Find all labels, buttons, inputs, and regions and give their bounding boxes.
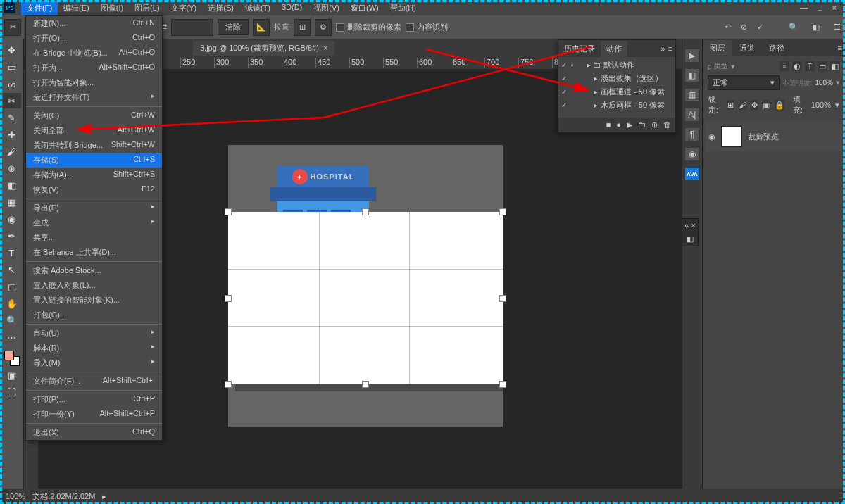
collapsed-float-panel[interactable]: « × ◧ <box>682 218 699 246</box>
marquee-tool[interactable]: ▭ <box>3 59 21 75</box>
file-menu-item[interactable]: 打印一份(Y)Alt+Shift+Ctrl+P <box>26 407 162 422</box>
brush-tool[interactable]: 🖌 <box>3 144 21 159</box>
shape-tool[interactable]: ▢ <box>3 279 21 294</box>
crop-tool-icon[interactable]: ✂ <box>4 19 21 36</box>
eyedropper-tool[interactable]: ✎ <box>3 110 21 125</box>
gradient-tool[interactable]: ▦ <box>3 194 21 210</box>
collapse-icon[interactable]: » <box>661 44 665 53</box>
content-aware-check[interactable]: 内容识别 <box>406 22 448 32</box>
menu-2[interactable]: 图像(I) <box>95 1 129 15</box>
file-menu-item[interactable]: 搜索 Adobe Stock... <box>26 263 162 278</box>
layer-row[interactable]: ◉ 裁剪预览 <box>706 122 842 151</box>
clear-button[interactable]: 清除 <box>218 19 249 35</box>
color-swatch[interactable] <box>4 351 20 366</box>
tab-actions[interactable]: 动作 <box>601 41 627 57</box>
file-menu-item[interactable]: 打包(G)... <box>26 308 162 322</box>
lock-all-icon[interactable]: 🔒 <box>775 100 784 110</box>
file-menu-item[interactable]: 导入(M) <box>26 355 162 370</box>
zoom-tool[interactable]: 🔍 <box>3 313 21 328</box>
learn-icon[interactable]: ◉ <box>685 148 699 160</box>
filter-shape-icon[interactable]: ▭ <box>818 61 827 71</box>
stop-icon[interactable]: ■ <box>606 120 611 130</box>
menu-1[interactable]: 编辑(E) <box>58 1 95 15</box>
file-menu-item[interactable]: 打印(P)...Ctrl+P <box>26 392 162 407</box>
cancel-icon[interactable]: ⊘ <box>741 23 747 32</box>
dock-icon[interactable]: ◧ <box>813 23 820 32</box>
file-menu-item[interactable]: 置入嵌入对象(L)... <box>26 278 162 293</box>
filter-type-icon[interactable]: T <box>805 61 815 71</box>
file-menu-item[interactable]: 置入链接的智能对象(K)... <box>26 293 162 308</box>
workspace-icon[interactable]: ☰ <box>834 23 841 32</box>
panel-menu-icon[interactable]: ≡ <box>668 44 672 53</box>
blend-mode-select[interactable]: 正常▾ <box>708 75 780 90</box>
quickmask-tool[interactable]: ▣ <box>3 367 21 383</box>
menu-7[interactable]: 3D(D) <box>276 1 308 15</box>
file-menu-item[interactable]: 脚本(R) <box>26 341 162 355</box>
search-icon[interactable]: 🔍 <box>789 23 799 32</box>
heal-tool[interactable]: ✚ <box>3 127 21 142</box>
menu-9[interactable]: 窗口(W) <box>345 1 384 15</box>
menu-5[interactable]: 选择(S) <box>202 1 239 15</box>
delete-cropped-check[interactable]: 删除裁剪的像素 <box>336 22 401 32</box>
settings-icon[interactable]: ⚙ <box>315 19 332 36</box>
file-menu-item[interactable]: 共享... <box>26 230 162 245</box>
file-menu-item[interactable]: 关闭并转到 Bridge...Shift+Ctrl+W <box>26 138 162 153</box>
file-menu-item[interactable]: 文件简介(F)...Alt+Shift+Ctrl+I <box>26 374 162 389</box>
file-menu-item[interactable]: 恢复(V)F12 <box>26 182 162 197</box>
record-icon[interactable]: ● <box>616 120 621 130</box>
para-icon[interactable]: ¶ <box>685 128 699 141</box>
crop-region[interactable] <box>228 212 503 384</box>
new-action-icon[interactable]: ⊕ <box>651 120 658 130</box>
play-icon[interactable]: ▶ <box>685 49 699 62</box>
menu-3[interactable]: 图层(L) <box>129 1 165 15</box>
menu-10[interactable]: 帮助(H) <box>384 1 422 15</box>
blur-tool[interactable]: ◉ <box>3 211 21 227</box>
canvas[interactable]: +HOSPITAL <box>228 145 503 427</box>
maximize-icon[interactable]: □ <box>818 4 822 12</box>
panel-menu-icon[interactable]: ≡ <box>838 44 842 52</box>
pen-tool[interactable]: ✒ <box>3 228 21 244</box>
straighten-icon[interactable]: 📐 <box>253 19 270 36</box>
visibility-icon[interactable]: ◉ <box>708 132 715 141</box>
move-tool[interactable]: ✥ <box>3 42 21 58</box>
filter-smart-icon[interactable]: ◧ <box>830 61 840 71</box>
file-menu-item[interactable]: 存储(S)Ctrl+S <box>26 153 162 168</box>
stamp-tool[interactable]: ⊕ <box>3 160 21 176</box>
swatches-icon[interactable]: ▦ <box>685 89 699 101</box>
crop-tool[interactable]: ✂ <box>3 93 21 108</box>
color-icon[interactable]: ◧ <box>685 69 699 82</box>
tab-paths[interactable]: 路径 <box>762 40 791 56</box>
file-menu-item[interactable]: 自动(U) <box>26 326 162 341</box>
status-arrow-icon[interactable]: ▸ <box>102 492 106 501</box>
file-menu-item[interactable]: 存储为(A)...Shift+Ctrl+S <box>26 168 162 182</box>
play-action-icon[interactable]: ▶ <box>627 120 632 130</box>
lock-transparency-icon[interactable]: ⊞ <box>727 100 734 110</box>
height-field[interactable] <box>171 19 213 36</box>
file-menu-item[interactable]: 新建(N)...Ctrl+N <box>26 16 162 31</box>
char-icon[interactable]: A| <box>685 108 699 121</box>
path-tool[interactable]: ↖ <box>3 262 21 277</box>
menu-0[interactable]: 文件(F) <box>21 1 58 15</box>
menu-4[interactable]: 文字(Y) <box>165 1 203 15</box>
new-set-icon[interactable]: 🗀 <box>638 120 646 130</box>
lasso-tool[interactable]: ᔕ <box>3 76 21 92</box>
lock-artboard-icon[interactable]: ▣ <box>763 100 770 110</box>
lock-position-icon[interactable]: ✥ <box>751 100 758 110</box>
lock-pixels-icon[interactable]: 🖌 <box>739 100 746 110</box>
hand-tool[interactable]: ✋ <box>3 296 21 311</box>
filter-pixel-icon[interactable]: ▫ <box>780 61 789 71</box>
tab-channels[interactable]: 通道 <box>732 40 762 56</box>
file-menu-item[interactable]: 导出(E) <box>26 201 162 215</box>
file-menu-item[interactable]: 退出(X)Ctrl+Q <box>26 425 162 440</box>
file-menu-item[interactable]: 生成 <box>26 215 162 230</box>
overlay-icon[interactable]: ⊞ <box>294 19 311 36</box>
type-tool[interactable]: T <box>3 245 21 260</box>
menu-8[interactable]: 视图(V) <box>308 1 345 15</box>
menu-6[interactable]: 滤镜(T) <box>239 1 276 15</box>
properties-icon[interactable]: ◧ <box>687 234 694 244</box>
eraser-tool[interactable]: ◧ <box>3 177 21 193</box>
file-menu-item[interactable]: 在 Behance 上共享(D)... <box>26 245 162 260</box>
tab-layers[interactable]: 图层 <box>703 40 732 56</box>
filter-adjust-icon[interactable]: ◐ <box>792 61 802 71</box>
minimize-icon[interactable]: — <box>800 4 808 12</box>
